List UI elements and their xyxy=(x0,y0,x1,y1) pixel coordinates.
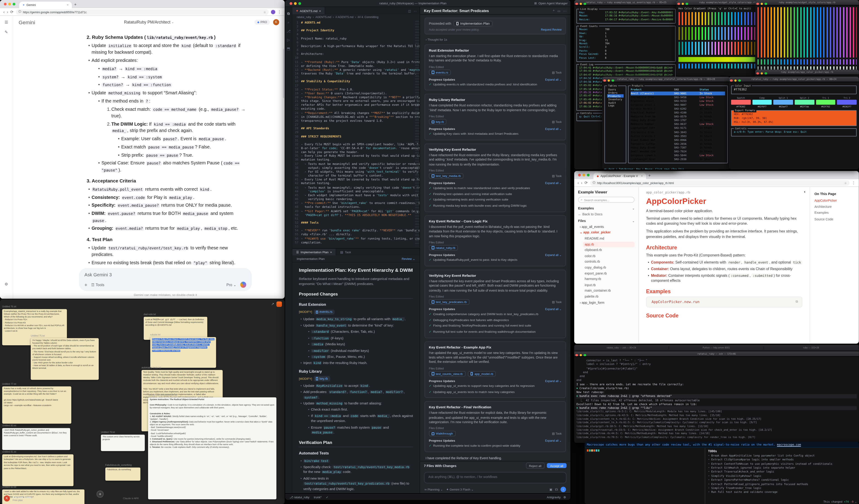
sidebar-item-inventory[interactable]: Inventory xyxy=(607,97,623,101)
file-input.rb[interactable]: input.rb xyxy=(583,282,635,288)
file-chip[interactable]: test_key_predicates.rb xyxy=(429,299,469,305)
bookmark-star-icon[interactable]: ☆ xyxy=(844,181,847,184)
toc-item-examples[interactable]: Examples xyxy=(814,210,855,216)
banner-link[interactable]: macroscope.com xyxy=(777,443,801,446)
browser-menu-icon[interactable]: ⋮ xyxy=(277,10,281,14)
terminal-title-segment[interactable]: Python — http.server 8001 xyxy=(669,346,764,349)
note-body[interactable]: Fabufulous, do something xyxy=(105,467,140,481)
menu-icon[interactable]: ☰ xyxy=(4,20,8,25)
new-thread-icon[interactable]: + xyxy=(553,9,555,13)
window-controls[interactable] xyxy=(756,71,767,76)
forward-icon[interactable]: › xyxy=(581,181,582,185)
copy-icon[interactable]: ⧉ xyxy=(796,300,798,304)
table-row[interactable]: Gorgeous Linen SSKU-5844Low Stock xyxy=(631,154,725,157)
table-row[interactable]: Incredible IronSKU-9458Low Stock xyxy=(631,95,725,99)
file-harmony.rb[interactable]: harmony.rb xyxy=(583,276,635,282)
expand-all-link[interactable]: Expand all ⌄ xyxy=(545,439,562,442)
note-body[interactable]: Ratatui has a really neat 10 refresh dem… xyxy=(2,386,71,423)
prompt-input[interactable]: Ask Gemini 3 + ☲Tools Pro ⌄ xyxy=(79,268,252,291)
theme-toggle-icon[interactable]: ◐ xyxy=(804,190,806,193)
mode-selector[interactable]: ∞ Planning ⌄ xyxy=(425,488,443,491)
search-input[interactable]: ⌕Search examples... xyxy=(578,197,635,203)
url-bar[interactable]: ⓘ https://gemini.google.com/app/edd9550e… xyxy=(16,9,269,15)
task-chip[interactable]: ▤ Task xyxy=(552,70,561,74)
panel-icon[interactable]: ▭ xyxy=(557,9,560,13)
attach-image-icon[interactable]: ▣ xyxy=(549,488,552,491)
back-to-docs-link[interactable]: ← Back to Docs xyxy=(578,212,635,216)
bookmark-star-icon[interactable]: ☆ xyxy=(263,10,266,13)
table-row[interactable]: Incredible IronSKU-3843In Stock xyxy=(631,130,725,134)
table-row[interactable]: Mediocre RubberSKU-8637Low Stock xyxy=(631,122,725,126)
note-body[interactable]: I don't think RatatuiRuby.get_cursor_pos… xyxy=(2,428,70,450)
file-palette.rb[interactable]: palette.rb xyxy=(583,294,635,300)
examples-section-toggle[interactable]: Examples⌄ xyxy=(578,206,635,210)
accept-all-button[interactable]: Accept all xyxy=(547,463,567,468)
toc-item-appcolorpicker[interactable]: AppColorPicker xyxy=(814,198,855,204)
window-controls[interactable] xyxy=(756,1,767,6)
note-body[interactable]: Look at @developing-examples.md. See how… xyxy=(2,454,74,486)
table-row[interactable]: Heavy Duty BronzSKU-1767In Stock xyxy=(631,119,725,122)
minimize-window-icon[interactable] xyxy=(8,3,11,5)
implementation-plan-chip[interactable]: Implementation Plan xyxy=(453,21,493,26)
table-row[interactable]: Lightweight GranSKU-2938In Stock xyxy=(631,157,725,161)
task-chip[interactable]: ▤ Task xyxy=(552,174,561,177)
tab-implementation-plan[interactable]: ☰Implementation Plan× xyxy=(292,249,336,255)
add-attachment-icon[interactable]: + xyxy=(85,282,88,287)
close-tab-icon[interactable]: × xyxy=(330,251,332,254)
note-body[interactable]: The custom error class hierarchy across … xyxy=(101,434,145,451)
window-controls[interactable] xyxy=(576,171,591,179)
expand-all-link[interactable]: Expand all ⌄ xyxy=(545,78,562,81)
close-tab-icon[interactable]: × xyxy=(319,9,321,12)
note[interactable]: Untitled 75.txtI'm happy / Maybe I shoul… xyxy=(31,334,99,380)
settings-gear-icon[interactable]: ⚙ xyxy=(563,495,566,498)
new-chat-icon[interactable]: ✎ xyxy=(5,30,8,34)
file-clipboard.rb[interactable]: clipboard.rb xyxy=(583,247,635,253)
new-tab-button[interactable]: + xyxy=(648,173,651,179)
expand-all-link[interactable]: Expand all ⌄ xyxy=(545,308,562,311)
table-row[interactable]: Lightweight CottSKU-9171In Stock xyxy=(631,126,725,130)
table-row[interactable]: Sleek Rubber WatSKU-0966In Stock xyxy=(631,138,725,142)
browser-menu-icon[interactable]: ⋮ xyxy=(852,180,856,185)
note-body[interactable]: System Instruction: The Radical Object-O… xyxy=(148,397,276,499)
source-control-icon[interactable]: ⎇ xyxy=(286,29,290,33)
file-README.md[interactable]: README.md xyxy=(583,236,635,241)
table-row[interactable]: Gorgeous Steel CSKU-9807Low Stock xyxy=(631,103,725,107)
close-window-icon[interactable] xyxy=(289,2,292,4)
table-row[interactable]: Mediocre Iron HaSKU-8579In Stock xyxy=(631,115,725,119)
table-row[interactable]: Rustic Granite GSKU-3583In Stock xyxy=(631,134,725,138)
editor-tab-agents-md[interactable]: ◆AGENTS.md× xyxy=(292,7,325,14)
toc-item-source-code[interactable]: Source Code xyxy=(814,216,855,222)
table-row[interactable]: Durable Marble CSKU-6202In Stock xyxy=(631,107,725,111)
sidebar-item-products[interactable]: Products xyxy=(607,94,623,97)
extensions-icon[interactable]: ⬒ xyxy=(287,47,290,51)
files-section-toggle[interactable]: Files⌄ xyxy=(578,219,635,223)
note[interactable]: Untitled 81.txtLook at @developing-examp… xyxy=(2,451,74,486)
browser-tab-gemini[interactable]: ✦ Gemini × xyxy=(19,2,72,8)
toc-item-architecture[interactable]: Architecture xyxy=(814,204,855,210)
send-button[interactable]: ↑ xyxy=(560,487,566,492)
folder-app_login_form[interactable]: › app_login_form xyxy=(578,300,635,305)
browser-tab-docs[interactable]: ◆AppColorPicker - Example V× xyxy=(593,173,646,179)
folder-app_all_events[interactable]: › app_all_events xyxy=(578,224,635,230)
back-icon[interactable]: ‹ xyxy=(3,10,4,14)
site-info-icon[interactable]: ⓘ xyxy=(592,181,595,185)
split-editor-icon[interactable]: ◫ xyxy=(408,9,411,12)
site-info-icon[interactable]: ⓘ xyxy=(18,10,21,14)
folder-app_color_picker[interactable]: ⌄ app_color_picker xyxy=(578,230,635,236)
table-row[interactable]: Ergonomic AnvilSKU-9153Low Stock xyxy=(631,99,725,103)
conversation-title-dropdown[interactable]: RatatuiRuby PM/Architect⌄ xyxy=(124,19,174,25)
file-chip[interactable]: ratatui_ruby.rb xyxy=(429,245,458,251)
task-chip[interactable]: ▤ Task xyxy=(552,120,561,123)
zoom-window-icon[interactable] xyxy=(13,3,15,5)
file-chip[interactable]: key.rb xyxy=(314,376,330,381)
forward-icon[interactable]: › xyxy=(7,10,8,14)
mic-icon[interactable]: ☊ xyxy=(555,488,558,491)
request-review-link[interactable]: Request Review xyxy=(541,28,562,31)
search-icon[interactable]: ⌕ xyxy=(287,20,289,25)
file-copy_dialog.rb[interactable]: copy_dialog.rb xyxy=(583,265,635,271)
expand-all-link[interactable]: Expand all ⌄ xyxy=(545,127,562,130)
note[interactable]: Untitled 80.txtI don't think RatatuiRuby… xyxy=(2,424,70,450)
user-avatar[interactable]: K xyxy=(273,19,279,25)
sidebar-item-users[interactable]: Users xyxy=(607,88,623,91)
table-row[interactable]: Heavy Duty BronzSKU-7387In Stock xyxy=(631,146,725,149)
